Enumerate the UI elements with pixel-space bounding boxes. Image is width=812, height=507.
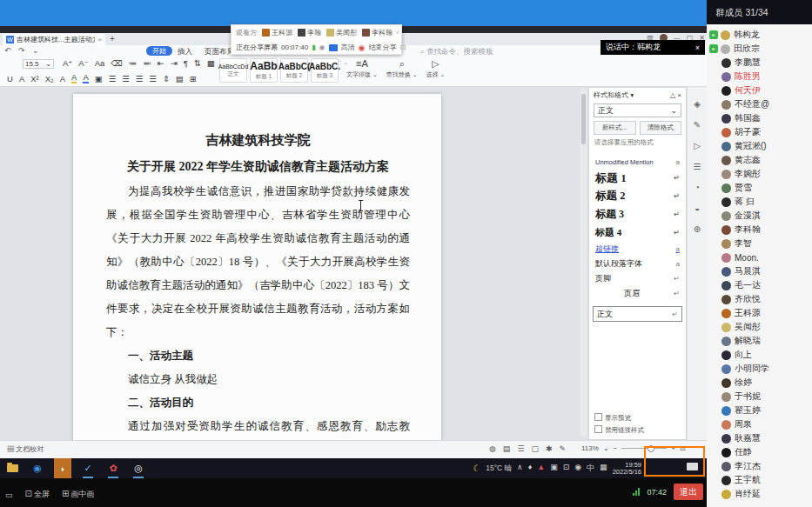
style-chip-标题 3[interactable]: AaBbC.标题 3 — [311, 58, 339, 83]
member-row[interactable]: 黄志鑫 — [707, 153, 812, 167]
style-item-超链接[interactable]: 超链接a — [589, 242, 686, 257]
member-row[interactable]: 李智 — [707, 237, 812, 250]
member-row[interactable]: 黄冠淞() — [707, 139, 812, 153]
zoom-out-button[interactable]: − — [614, 444, 618, 452]
page-view-icon[interactable]: ▤ — [503, 444, 511, 453]
member-row[interactable]: 小明同学 — [707, 362, 812, 376]
style-item-Unmodified Mention[interactable]: Unmodified Mentiona — [589, 156, 686, 169]
apps-panel-icon[interactable]: ⊕ — [694, 224, 701, 234]
fields-panel-icon[interactable]: ☰ — [694, 162, 701, 171]
justify-icon[interactable]: ☰ — [149, 75, 157, 83]
style-item-正文[interactable]: 正文↵ — [593, 306, 682, 322]
member-row[interactable]: 何天伊 — [707, 83, 812, 97]
member-row[interactable]: 于书妮 — [707, 390, 812, 404]
member-row[interactable]: 李科翰 — [707, 223, 812, 237]
find-replace-button[interactable]: ⌕查找替换 ⌄ — [386, 58, 418, 79]
style-chip-标题 1[interactable]: AaBb标题 1 — [250, 58, 278, 83]
member-row[interactable]: 蒋 归 — [707, 195, 812, 209]
sort-icon[interactable]: ⇅ — [194, 59, 201, 68]
mic-icon[interactable]: ▮ — [312, 43, 315, 51]
viewer-chip-王科源[interactable]: 王科源 — [262, 28, 292, 37]
member-row[interactable]: 吴闻彤 — [707, 320, 812, 334]
align-right-icon[interactable]: ☰ — [136, 75, 144, 83]
select-button[interactable]: ▷选择 ⌄ — [426, 58, 446, 79]
panel-close-icon[interactable]: × — [677, 91, 681, 99]
exit-button[interactable]: 退出 — [674, 484, 703, 500]
weather-text[interactable]: 15°C 晴 — [486, 464, 512, 474]
align-left-icon[interactable]: ☰ — [109, 75, 117, 83]
member-row[interactable]: 解晓瑞 — [707, 334, 812, 348]
music-app-icon[interactable]: ◎ — [130, 458, 147, 478]
tray-mic-icon[interactable]: ♦ — [528, 463, 533, 474]
video-app-icon[interactable]: ✿ — [104, 458, 122, 478]
tray-alert-icon[interactable]: ▲ — [537, 463, 545, 474]
notification-center-icon[interactable] — [687, 463, 698, 470]
monitor-icon[interactable]: ▭ — [5, 490, 13, 499]
expand-toolbar-icon[interactable]: ⊡ — [399, 43, 406, 51]
undo-redo-icons[interactable]: ↶ ↷ ⌄ — [4, 46, 42, 55]
grow-font-icon[interactable]: A⁺ — [63, 59, 72, 68]
styles-footer-option[interactable]: 显示预览 — [594, 413, 644, 423]
clear-format-icon[interactable]: ⌫ — [111, 59, 122, 68]
shrink-font-icon[interactable]: A⁻ — [78, 59, 88, 68]
indent-icon[interactable]: ⇥ — [171, 59, 178, 68]
font-size-box[interactable]: 15.5⌄ — [23, 59, 54, 69]
member-row[interactable]: 肖纾延 — [707, 487, 812, 501]
current-style-dropdown[interactable]: 正文 ⌄ — [594, 103, 681, 117]
member-row[interactable]: 向上 — [707, 348, 812, 362]
tab-close-icon[interactable]: × — [97, 36, 102, 43]
sound-icon[interactable]: ◉ — [319, 43, 325, 51]
status-proofread[interactable]: ▦ 文档校对 — [7, 444, 44, 454]
doc-scrollbar[interactable] — [580, 89, 587, 437]
char-border-icon[interactable]: ▣ — [95, 75, 103, 83]
member-row[interactable]: 王科源 — [707, 306, 812, 320]
viewer-chip-吴闻彤[interactable]: 吴闻彤 — [326, 28, 357, 37]
style-chip-正文[interactable]: AaBbCcDd正文 — [219, 58, 247, 83]
styles-footer-option[interactable]: 禁用链接样式 — [594, 425, 644, 435]
strikethrough-icon[interactable]: A — [19, 75, 24, 83]
help-panel-icon[interactable]: ◒ — [695, 203, 700, 213]
new-style-button[interactable]: 新样式... — [594, 121, 636, 135]
tools-icon[interactable]: ✱ — [546, 444, 553, 453]
member-row[interactable]: ▸韩构龙 — [707, 28, 812, 42]
tray-camera-icon[interactable]: ▣ — [550, 463, 558, 474]
underline-icon[interactable]: U — [7, 75, 13, 83]
bell-icon[interactable]: △ — [670, 91, 675, 99]
tray-input-icon[interactable]: 中 — [587, 463, 594, 474]
tray-expand-icon[interactable]: ∧ — [517, 463, 523, 474]
share-panel-icon[interactable]: ◈ — [694, 99, 701, 109]
member-row[interactable]: 金漫淇 — [707, 209, 812, 223]
text-tool-icon[interactable]: ▦ — [207, 59, 215, 68]
member-row[interactable]: 徐婷 — [707, 376, 812, 390]
chat-app-icon[interactable]: ✓ — [79, 458, 97, 478]
paragraph-mark-icon[interactable]: ¶ — [184, 59, 188, 68]
end-share-button[interactable]: 结束分享 — [368, 43, 396, 52]
member-row[interactable]: 耿嘉慧 — [707, 431, 812, 445]
text-effect-icon[interactable]: A — [60, 75, 65, 83]
viewers-more-icon[interactable]: › — [396, 29, 399, 37]
member-row[interactable]: Moon. — [707, 250, 812, 264]
style-item-标题 4[interactable]: 标题 4↵ — [589, 223, 686, 242]
hd-quality-label[interactable]: 高清 — [341, 43, 355, 52]
member-row[interactable]: 任静 — [707, 445, 812, 459]
member-row[interactable]: 齐欣悦 — [707, 292, 812, 306]
text-layout-button[interactable]: ≡A文字排版 ⌄ — [346, 58, 378, 79]
viewer-chip-李科翰[interactable]: 李科翰 — [362, 28, 393, 37]
member-row[interactable]: 李婉彤 — [707, 167, 812, 181]
hd-quality-icon[interactable] — [329, 44, 338, 51]
style-chip-标题 2[interactable]: AaBbC(标题 2 — [280, 58, 308, 83]
pen-icon[interactable]: ✎ — [560, 444, 567, 453]
style-item-页眉[interactable]: 页眉↵ — [589, 286, 686, 301]
document-tab[interactable]: W 吉林建筑科技...主题活动方案 × — [3, 34, 105, 45]
member-row[interactable]: 不经意@ — [707, 97, 812, 111]
member-row[interactable]: 周泉 — [707, 417, 812, 431]
style-item-默认段落字体[interactable]: 默认段落字体a — [589, 257, 686, 271]
screen-share-app-icon[interactable]: ◗ — [54, 458, 71, 478]
history-panel-icon[interactable]: ◔ — [695, 183, 700, 192]
superscript-icon[interactable]: X² — [30, 75, 39, 83]
highlight-color-icon[interactable]: A — [71, 73, 77, 83]
new-tab-button[interactable]: + — [110, 34, 115, 43]
member-row[interactable]: 陈胜男 — [707, 70, 812, 83]
member-row[interactable]: 李鹏慧 — [707, 56, 812, 70]
borders-icon[interactable]: ⊞ — [190, 75, 197, 83]
